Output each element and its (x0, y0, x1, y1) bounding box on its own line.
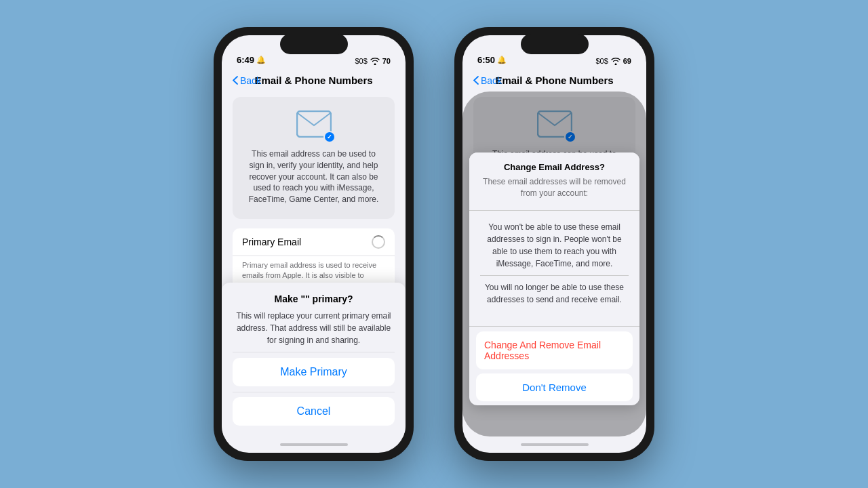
nav-title-right: Email & Phone Numbers (495, 75, 613, 86)
primary-email-label-left: Primary Email (242, 237, 301, 247)
carrier-right: $0$ (595, 57, 608, 65)
dont-remove-btn-text: Don't Remove (522, 382, 587, 393)
dont-remove-btn[interactable]: Don't Remove (476, 373, 633, 401)
status-icons-left: $0$ 70 (355, 57, 391, 65)
dynamic-island-right (521, 34, 589, 54)
sheet-divider2-left (233, 392, 395, 392)
left-phone-screen: 6:49 🔔 $0$ 70 Back Email & Pho (222, 35, 406, 453)
home-indicator-right (462, 436, 646, 453)
action-sheet-divider1 (469, 210, 639, 211)
content-right: This email address can be used to sign i… (462, 92, 646, 436)
home-indicator-left (222, 436, 406, 453)
action-sheet-point1: You won't be able to use these email add… (480, 221, 629, 270)
cancel-btn-left[interactable]: Cancel (233, 397, 395, 426)
right-phone: 6:50 🔔 $0$ 69 Back Email & Pho (454, 27, 654, 461)
left-phone: 6:49 🔔 $0$ 70 Back Email & Pho (214, 27, 414, 461)
battery-right: 69 (623, 57, 631, 65)
verified-badge-left (323, 131, 336, 143)
action-sheet-header: Change Email Address? These email addres… (469, 152, 639, 205)
status-icons-right: $0$ 69 (595, 57, 631, 65)
nav-bar-right: Back Email & Phone Numbers (462, 69, 646, 92)
sheet-title-left: Make "" primary? (233, 293, 395, 304)
dynamic-island-left (280, 34, 348, 54)
home-bar-left (280, 443, 348, 446)
make-primary-btn[interactable]: Make Primary (233, 358, 395, 386)
email-icon-container-left (296, 110, 332, 140)
sheet-body-left: This will replace your current primary e… (233, 310, 395, 346)
home-bar-right (521, 443, 589, 446)
back-button-right[interactable]: Back (473, 75, 502, 86)
loading-spinner-left (372, 235, 385, 249)
make-primary-btn-text: Make Primary (280, 366, 347, 378)
chevron-left-icon (233, 76, 238, 85)
nav-title-left: Email & Phone Numbers (254, 75, 372, 86)
right-phone-screen: 6:50 🔔 $0$ 69 Back Email & Pho (462, 35, 646, 453)
back-button-left[interactable]: Back (233, 75, 261, 86)
bell-icon-right: 🔔 (497, 56, 507, 64)
change-email-action-sheet: Change Email Address? These email addres… (469, 152, 639, 405)
action-sheet-subtitle: These email addresses will be removed fr… (480, 176, 629, 199)
action-sheet-divider2 (480, 275, 629, 276)
action-sheet-point2: You will no longer be able to use these … (480, 281, 629, 306)
make-primary-sheet: Make "" primary? This will replace your … (222, 283, 406, 436)
battery-left: 70 (382, 57, 391, 65)
email-desc-left: This email address can be used to sign i… (243, 148, 384, 205)
change-remove-btn[interactable]: Change And Remove Email Addresses (476, 331, 633, 369)
carrier-left: $0$ (355, 57, 367, 65)
cancel-btn-text-left: Cancel (297, 405, 331, 418)
sheet-divider-left (233, 352, 395, 352)
email-card-left: This email address can be used to sign i… (233, 97, 395, 219)
wifi-icon-left (370, 58, 380, 65)
primary-email-row-left: Primary Email (233, 228, 395, 256)
content-left: This email address can be used to sign i… (222, 92, 406, 436)
bell-icon-left: 🔔 (256, 56, 266, 64)
time-left: 6:49 🔔 (237, 55, 266, 65)
change-remove-btn-text: Change And Remove Email Addresses (484, 340, 625, 361)
nav-bar-left: Back Email & Phone Numbers (222, 69, 406, 92)
action-sheet-title: Change Email Address? (480, 162, 629, 172)
time-right: 6:50 🔔 (477, 55, 507, 65)
action-sheet-divider3 (469, 326, 639, 327)
chevron-left-icon-right (473, 76, 479, 85)
wifi-icon-right (611, 58, 620, 65)
action-sheet-body: You won't be able to use these email add… (469, 216, 639, 321)
